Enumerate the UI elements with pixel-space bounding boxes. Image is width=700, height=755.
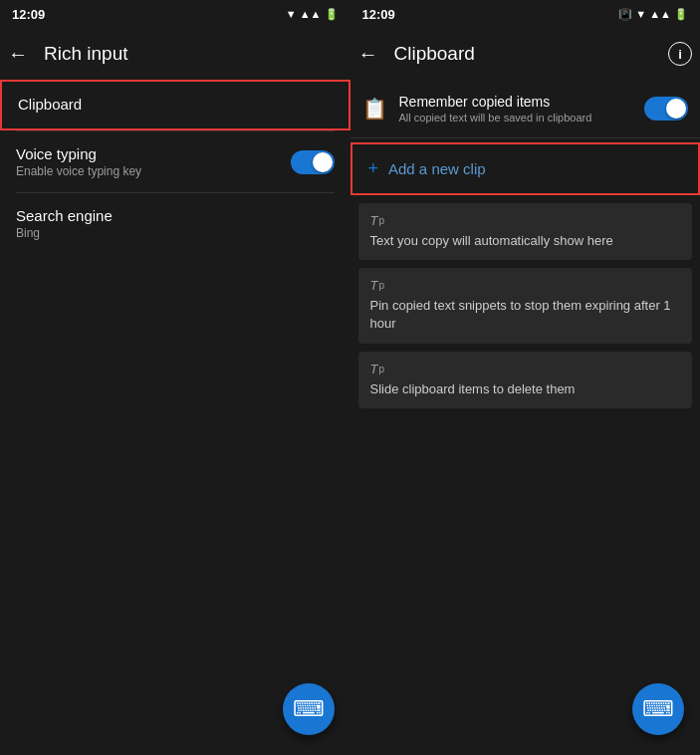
page-title-right: Clipboard [394, 43, 653, 65]
wifi-icon: ▼ [286, 8, 297, 20]
clip-t-icon-3: T [370, 362, 378, 377]
remember-copied-row[interactable]: 📋 Remember copied items All copied text … [350, 80, 701, 138]
add-clip-plus-icon: + [368, 158, 379, 179]
search-engine-title: Search engine [16, 207, 335, 224]
clip-p-icon-2: p [378, 280, 384, 291]
voice-typing-title: Voice typing [16, 145, 141, 162]
top-bar-right: ← Clipboard i [350, 28, 701, 80]
search-engine-subtitle: Bing [16, 226, 335, 240]
clip-card-2[interactable]: T p Pin copied text snippets to stop the… [358, 268, 693, 343]
list-item-voice-typing[interactable]: Voice typing Enable voice typing key [0, 131, 350, 192]
remember-copied-title: Remember copied items [399, 94, 645, 110]
clip-p-icon-3: p [378, 364, 384, 375]
battery-icon-right: 🔋 [674, 8, 688, 21]
clip-card-1-header: T p [370, 213, 681, 228]
clip-card-3-header: T p [370, 362, 681, 377]
keyboard-fab-icon-right: ⌨ [642, 696, 674, 722]
clip-p-icon-1: p [378, 215, 384, 226]
signal-icon: ▲▲ [300, 8, 322, 20]
add-new-clip-button[interactable]: + Add a new clip [350, 142, 701, 195]
left-panel: 12:09 ▼ ▲▲ 🔋 ← Rich input Clipboard Voic… [0, 0, 350, 755]
right-panel: 12:09 📳 ▼ ▲▲ 🔋 ← Clipboard i 📋 Remember … [350, 0, 701, 755]
back-button-left[interactable]: ← [8, 43, 28, 66]
clip-t-icon-1: T [370, 213, 378, 228]
clip-card-1[interactable]: T p Text you copy will automatically sho… [358, 203, 693, 260]
clip-card-3-text: Slide clipboard items to delete them [370, 380, 681, 398]
back-button-right[interactable]: ← [358, 43, 378, 66]
keyboard-fab-right[interactable]: ⌨ [632, 683, 684, 735]
status-time-right: 12:09 [362, 7, 395, 22]
remember-copied-toggle[interactable] [644, 97, 688, 121]
voice-typing-subtitle: Enable voice typing key [16, 164, 141, 178]
clipboard-doc-icon: 📋 [362, 97, 387, 121]
wifi-icon-right: ▼ [635, 8, 646, 20]
list-item-clipboard[interactable]: Clipboard [0, 80, 350, 130]
clip-card-2-text: Pin copied text snippets to stop them ex… [370, 297, 681, 333]
signal-icon-right: ▲▲ [649, 8, 671, 20]
clip-t-icon-2: T [370, 278, 378, 293]
clip-card-3[interactable]: T p Slide clipboard items to delete them [358, 352, 693, 408]
top-bar-left: ← Rich input [0, 28, 350, 80]
status-bar-left: 12:09 ▼ ▲▲ 🔋 [0, 0, 350, 28]
status-bar-right: 12:09 📳 ▼ ▲▲ 🔋 [350, 0, 701, 28]
keyboard-fab-left[interactable]: ⌨ [283, 683, 335, 735]
battery-icon: 🔋 [325, 8, 339, 21]
status-icons-left: ▼ ▲▲ 🔋 [286, 8, 339, 21]
keyboard-fab-icon-left: ⌨ [293, 696, 325, 722]
remember-copied-subtitle: All copied text will be saved in clipboa… [399, 112, 645, 124]
page-title-left: Rich input [44, 43, 343, 65]
add-clip-label: Add a new clip [388, 160, 486, 177]
remember-copied-text: Remember copied items All copied text wi… [399, 94, 645, 124]
voice-typing-toggle[interactable] [291, 150, 335, 174]
list-item-clipboard-title: Clipboard [18, 96, 333, 113]
info-icon-right[interactable]: i [668, 42, 692, 66]
vibrate-icon: 📳 [618, 8, 632, 21]
clip-card-2-header: T p [370, 278, 681, 293]
clip-card-1-text: Text you copy will automatically show he… [370, 232, 681, 250]
status-time-left: 12:09 [12, 7, 45, 22]
status-icons-right: 📳 ▼ ▲▲ 🔋 [618, 8, 688, 21]
list-item-search-engine[interactable]: Search engine Bing [0, 193, 350, 254]
